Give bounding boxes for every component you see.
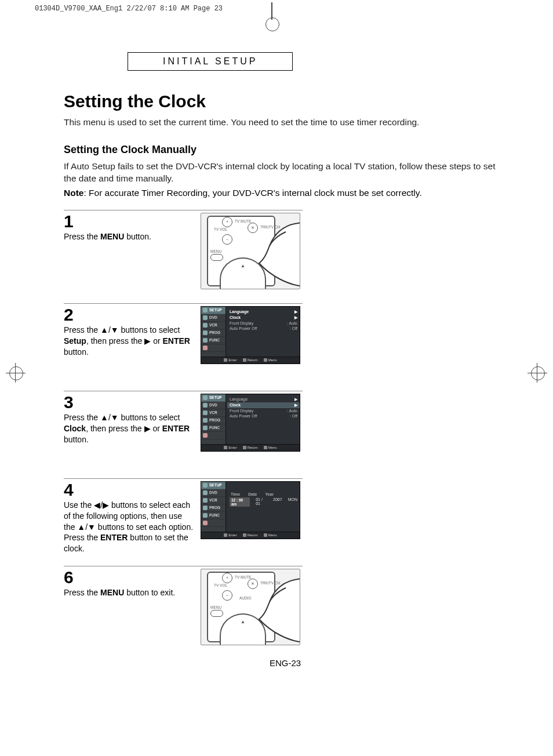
clock-date-value: 01 / 01 xyxy=(256,497,267,507)
step-figure: SETUP DVD VCR PROG FUNC Language▶ Clock▶… xyxy=(198,394,303,470)
gear-icon xyxy=(203,308,208,312)
clock-icon xyxy=(203,330,208,335)
step-number: 1 xyxy=(64,213,194,230)
registration-cross-left xyxy=(6,373,26,373)
vol-plus-icon: + xyxy=(222,217,232,227)
osd-row-front-display: Front Display: Auto xyxy=(230,321,297,326)
osd-setup-menu-clock-highlight: SETUP DVD VCR PROG FUNC Language▶ Clock▶… xyxy=(201,394,300,452)
step-figure: SETUP DVD VCR PROG FUNC Language▶ Clock▶… xyxy=(198,306,303,383)
osd-side-vcr: VCR xyxy=(201,497,225,504)
osd-hint-enter: Enter xyxy=(224,358,237,362)
exit-icon xyxy=(203,521,208,525)
osd-side-exit xyxy=(201,344,225,352)
remote-illustration: + TV MUTE ✕ TRK/TV CH TV VOL – AUDIO MEN… xyxy=(201,569,300,645)
osd-side-vcr: VCR xyxy=(201,409,225,417)
osd-side-setup: SETUP xyxy=(201,307,225,314)
osd-footer: Enter Return Menu xyxy=(201,444,300,451)
step-4: 4 Use the ◀/▶ buttons to select each of … xyxy=(64,478,303,566)
manual-intro: If Auto Setup fails to set the DVD-VCR's… xyxy=(64,161,507,185)
disc-icon xyxy=(203,403,208,408)
note-text: : For accurate Timer Recording, your DVD… xyxy=(83,188,421,198)
vol-minus-icon: – xyxy=(222,234,232,245)
exit-icon xyxy=(203,433,208,438)
chevron-right-icon: ▶ xyxy=(294,310,297,314)
osd-hint-return: Return xyxy=(243,358,258,362)
clock-time-value: 12 : 00 am xyxy=(230,497,250,507)
clock-icon xyxy=(203,506,208,510)
osd-row-language: Language▶ xyxy=(230,309,297,315)
func-icon xyxy=(203,513,208,518)
osd-row-auto-power-off: Auto Power Off: Off xyxy=(230,413,297,419)
step-number: 2 xyxy=(64,306,194,324)
osd-row-clock: Clock▶ xyxy=(227,402,300,408)
clock-day-value: MON xyxy=(288,497,297,507)
vol-plus-icon: + xyxy=(222,573,232,583)
intro-text: This menu is used to set the current tim… xyxy=(64,117,507,128)
osd-hint-menu: Menu xyxy=(264,358,277,362)
page-content: INITIAL SETUP Setting the Clock This men… xyxy=(0,0,553,691)
osd-side-prog: PROG xyxy=(201,417,225,424)
step-description: Press the MENU button to exit. xyxy=(64,587,194,598)
osd-sidebar: SETUP DVD VCR PROG FUNC xyxy=(201,482,226,532)
osd-side-vcr: VCR xyxy=(201,322,225,329)
crop-mark-top-icon xyxy=(267,7,278,19)
chevron-right-icon: ▶ xyxy=(294,397,297,402)
disc-icon xyxy=(203,315,208,320)
osd-sidebar: SETUP DVD VCR PROG FUNC xyxy=(201,307,226,357)
remote-illustration: + TV MUTE ✕ TRK/TV CH TV VOL – MENU ▲ xyxy=(201,213,300,289)
gear-icon xyxy=(203,483,208,488)
menu-button-icon xyxy=(210,610,223,617)
step-number: 4 xyxy=(64,481,194,499)
osd-hint-enter: Enter xyxy=(224,533,237,537)
section-header-box: INITIAL SETUP xyxy=(128,52,293,71)
osd-side-setup: SETUP xyxy=(201,482,225,489)
gear-icon xyxy=(203,395,208,400)
tv-vol-label: TV VOL xyxy=(214,227,227,231)
page-title: Setting the Clock xyxy=(64,92,507,111)
chevron-right-icon: ▶ xyxy=(294,315,297,320)
step-6: 6 Press the MENU button to exit. + TV MU… xyxy=(64,566,303,653)
menu-label: MENU xyxy=(210,605,221,609)
osd-side-dvd: DVD xyxy=(201,402,225,409)
menu-label: MENU xyxy=(210,249,221,253)
step-description: Press the ▲/▼ buttons to select Clock, t… xyxy=(64,412,194,445)
exit-icon xyxy=(203,346,208,350)
hand-thumb-icon xyxy=(242,218,300,288)
osd-row-language: Language▶ xyxy=(230,397,297,402)
step-3: 3 Press the ▲/▼ buttons to select Clock,… xyxy=(64,391,303,478)
step-figure: + TV MUTE ✕ TRK/TV CH TV VOL – AUDIO MEN… xyxy=(198,569,303,645)
step-description: Use the ◀/▶ buttons to select each of th… xyxy=(64,500,194,554)
osd-hint-menu: Menu xyxy=(264,533,277,537)
osd-hint-return: Return xyxy=(243,533,258,537)
chevron-right-icon: ▶ xyxy=(294,403,297,408)
osd-side-prog: PROG xyxy=(201,329,225,337)
osd-hint-return: Return xyxy=(243,446,258,449)
osd-side-dvd: DVD xyxy=(201,489,225,497)
osd-side-func: FUNC xyxy=(201,337,225,344)
osd-side-dvd: DVD xyxy=(201,314,225,322)
section-label: INITIAL SETUP xyxy=(163,56,257,66)
osd-side-exit xyxy=(201,432,225,439)
step-2: 2 Press the ▲/▼ buttons to select Setup,… xyxy=(64,303,303,391)
subheading: Setting the Clock Manually xyxy=(64,144,507,156)
osd-side-func: FUNC xyxy=(201,424,225,432)
osd-main-panel: Language▶ Clock▶ Front Display: Auto Aut… xyxy=(226,307,300,357)
note-line: Note: For accurate Timer Recording, your… xyxy=(64,187,507,199)
osd-hint-menu: Menu xyxy=(264,446,277,449)
osd-row-front-display: Front Display: Auto xyxy=(230,408,297,413)
disc-icon xyxy=(203,490,208,495)
func-icon xyxy=(203,426,208,430)
tape-icon xyxy=(203,323,208,328)
osd-footer: Enter Return Menu xyxy=(201,532,300,539)
osd-row-auto-power-off: Auto Power Off: Off xyxy=(230,326,297,331)
print-job-header: 01304D_V9700_XAA_Eng1 2/22/07 8:10 AM Pa… xyxy=(35,5,223,13)
func-icon xyxy=(203,338,208,343)
tv-vol-label: TV VOL xyxy=(214,583,227,587)
osd-main-panel: Time Date Year 12 : 00 am 01 / 01 2007 M… xyxy=(226,482,300,532)
step-1: 1 Press the MENU button. + TV MUTE ✕ TRK… xyxy=(64,210,303,303)
step-description: Press the MENU button. xyxy=(64,231,194,242)
steps-list: 1 Press the MENU button. + TV MUTE ✕ TRK… xyxy=(64,210,303,653)
osd-hint-enter: Enter xyxy=(224,446,237,449)
osd-side-setup: SETUP xyxy=(201,394,225,402)
osd-side-prog: PROG xyxy=(201,504,225,512)
